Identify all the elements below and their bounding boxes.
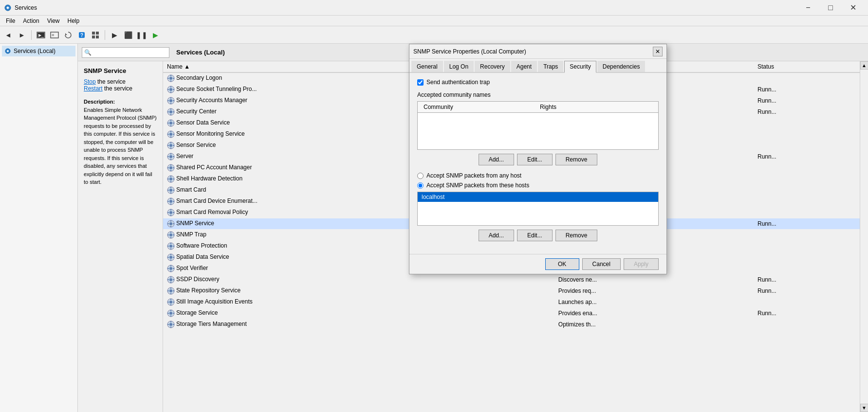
- svg-text:≡: ≡: [52, 33, 54, 37]
- svg-rect-121: [167, 268, 169, 269]
- svg-rect-91: [167, 212, 169, 213]
- accept-any-label: Accept SNMP packets from any host: [426, 172, 521, 179]
- svg-rect-53: [170, 142, 171, 143]
- svg-point-136: [169, 301, 172, 304]
- tab-traps[interactable]: Traps: [538, 61, 563, 72]
- edit-host-btn[interactable]: Edit...: [517, 230, 553, 241]
- nav-services-local[interactable]: Services (Local): [2, 46, 75, 56]
- menu-help[interactable]: Help: [64, 17, 84, 25]
- ok-btn[interactable]: OK: [545, 258, 579, 270]
- svg-point-40: [169, 122, 172, 125]
- table-row[interactable]: Storage ServiceProvides ena...Runn...: [163, 308, 860, 319]
- svg-rect-65: [170, 164, 171, 166]
- service-status-cell: [754, 230, 860, 241]
- accept-these-radio[interactable]: [417, 182, 424, 189]
- svg-rect-55: [167, 145, 169, 146]
- service-status-cell: [754, 162, 860, 174]
- svg-rect-104: [173, 234, 174, 235]
- minimize-button[interactable]: −: [797, 0, 819, 16]
- menu-file[interactable]: File: [2, 17, 19, 25]
- toolbar-stop-btn[interactable]: ⬛: [122, 29, 134, 41]
- svg-rect-131: [170, 287, 171, 289]
- col-status[interactable]: Status: [754, 61, 860, 72]
- svg-rect-38: [173, 111, 174, 112]
- menu-view[interactable]: View: [43, 17, 64, 25]
- toolbar-pause-btn[interactable]: ❚❚: [135, 29, 148, 41]
- tab-dependencies[interactable]: Dependencies: [597, 61, 646, 72]
- scroll-down-arrow[interactable]: ▼: [860, 404, 868, 412]
- send-auth-trap-checkbox[interactable]: [417, 79, 424, 86]
- svg-point-34: [169, 110, 172, 113]
- toolbar-grid-btn[interactable]: [89, 29, 102, 41]
- toolbar-event-btn[interactable]: ≡: [48, 29, 61, 41]
- remove-host-btn[interactable]: Remove: [555, 230, 598, 241]
- table-row[interactable]: Still Image Acquisition EventsLaunches a…: [163, 297, 860, 308]
- toolbar-refresh-btn[interactable]: [62, 29, 74, 41]
- svg-rect-61: [167, 156, 169, 157]
- svg-rect-59: [170, 153, 171, 155]
- service-description: Description: Enables Simple Network Mana…: [84, 98, 157, 186]
- service-status-cell: [754, 207, 860, 218]
- service-desc-cell: Provides ena...: [554, 308, 754, 319]
- toolbar-restart-btn[interactable]: ▶: [149, 29, 162, 41]
- add-host-btn[interactable]: Add...: [479, 230, 514, 241]
- svg-rect-114: [170, 259, 171, 261]
- toolbar-help-btn[interactable]: ?: [75, 29, 88, 41]
- toolbar-sep-2: [105, 30, 105, 40]
- svg-rect-132: [170, 293, 171, 294]
- svg-rect-89: [170, 209, 171, 211]
- tab-logon[interactable]: Log On: [444, 61, 474, 72]
- dialog-title: SNMP Service Properties (Local Computer): [413, 48, 653, 55]
- scroll-up-arrow[interactable]: ▲: [860, 61, 868, 70]
- svg-point-58: [169, 155, 172, 158]
- svg-rect-108: [170, 248, 171, 250]
- tab-agent[interactable]: Agent: [511, 61, 537, 72]
- right-scrollbar[interactable]: ▲ ▼: [860, 61, 868, 412]
- tab-recovery[interactable]: Recovery: [475, 61, 510, 72]
- svg-point-64: [169, 166, 172, 169]
- stop-link[interactable]: Stop: [84, 78, 96, 85]
- menu-action[interactable]: Action: [19, 17, 43, 25]
- svg-rect-85: [167, 201, 169, 202]
- nav-tree: Services (Local): [0, 44, 78, 412]
- window-title: Services: [15, 4, 797, 11]
- service-status-cell: Runn...: [754, 274, 860, 286]
- tab-security[interactable]: Security: [564, 61, 596, 73]
- cancel-btn[interactable]: Cancel: [582, 258, 621, 270]
- svg-point-100: [169, 233, 172, 236]
- apply-btn[interactable]: Apply: [624, 258, 659, 270]
- accept-these-label: Accept SNMP packets from these hosts: [426, 182, 529, 189]
- add-community-btn[interactable]: Add...: [479, 154, 514, 165]
- restart-link[interactable]: Restart: [84, 85, 103, 92]
- toolbar-forward-btn[interactable]: ►: [16, 29, 28, 41]
- svg-rect-116: [173, 257, 174, 258]
- edit-community-btn[interactable]: Edit...: [517, 154, 553, 165]
- hosts-list[interactable]: localhost: [417, 192, 659, 226]
- svg-rect-134: [173, 290, 174, 291]
- accept-any-radio[interactable]: [417, 173, 424, 179]
- title-bar: Services − □ ✕: [0, 0, 868, 16]
- svg-rect-145: [167, 313, 169, 314]
- service-desc-cell: Launches ap...: [554, 297, 754, 308]
- table-row[interactable]: SSDP DiscoveryDiscovers ne...Runn...: [163, 274, 860, 286]
- close-button[interactable]: ✕: [842, 0, 864, 16]
- restore-button[interactable]: □: [819, 0, 842, 16]
- remove-community-btn[interactable]: Remove: [555, 154, 598, 165]
- toolbar-back-btn[interactable]: ◄: [2, 29, 15, 41]
- window-controls: − □ ✕: [797, 0, 864, 16]
- desc-panel: SNMP Service Stop the service Restart th…: [78, 61, 163, 412]
- table-row[interactable]: State Repository ServiceProvides req...R…: [163, 286, 860, 297]
- svg-rect-43: [167, 123, 169, 124]
- svg-rect-92: [173, 212, 174, 213]
- toolbar-play-btn[interactable]: ▶: [108, 29, 121, 41]
- tab-general[interactable]: General: [411, 61, 443, 72]
- scroll-track: [860, 70, 868, 404]
- host-item-localhost[interactable]: localhost: [418, 192, 658, 202]
- community-table-header: Community Rights: [418, 102, 658, 113]
- dialog-footer: OK Cancel Apply: [409, 254, 666, 274]
- search-icon: 🔍: [84, 49, 92, 56]
- table-row[interactable]: Storage Tiers ManagementOptimizes th...: [163, 319, 860, 330]
- search-input[interactable]: [93, 49, 162, 56]
- dialog-close-btn[interactable]: ✕: [653, 47, 663, 56]
- toolbar-console-btn[interactable]: ▶_: [35, 29, 47, 41]
